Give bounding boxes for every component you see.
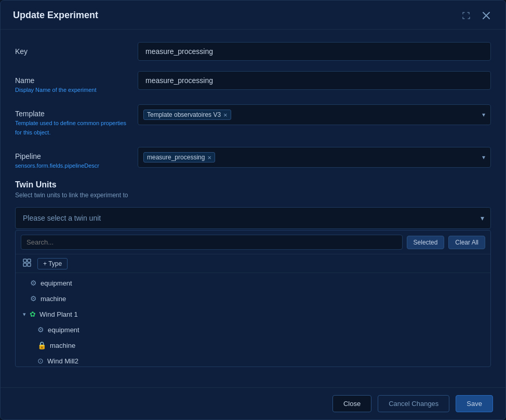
pipeline-chevron-icon: ▾ [482,154,485,161]
gear-icon: ⚙ [30,279,37,287]
template-chevron-icon: ▾ [482,111,485,118]
expand-tree-button[interactable] [21,258,33,269]
modal-title: Update Experiment [13,10,98,21]
pipeline-sublabel: sensors.form.fields.pipelineDescr [15,162,99,169]
gear-icon: ⚙ [30,294,37,303]
template-select[interactable]: Template observatoires V3 × ▾ [138,104,491,125]
pipeline-row: Pipeline sensors.form.fields.pipelineDes… [15,147,491,170]
template-label: Template [15,110,129,118]
clear-all-button[interactable]: Clear All [448,236,485,249]
twin-units-title: Twin Units [15,180,491,189]
key-row: Key [15,42,491,61]
key-label: Key [15,47,129,56]
key-input[interactable] [138,42,491,61]
lock-icon: 🔒 [37,341,46,349]
tree-item[interactable]: ⚙ machine [16,291,490,306]
template-sublabel: Template used to define common propertie… [15,120,126,136]
twin-unit-dropdown: Selected Clear All [15,230,491,367]
save-button[interactable]: Save [456,395,493,412]
tree-item[interactable]: ⚙ equipment [16,275,490,291]
twin-units-subtitle: Select twin units to link the experiment… [15,192,491,199]
modal-footer: Close Cancel Changes Save [1,387,505,419]
pipeline-select[interactable]: measure_processing × ▾ [138,147,491,168]
name-label: Name [15,76,129,85]
svg-rect-0 [23,259,26,262]
twin-search-input[interactable] [21,235,403,250]
dropdown-toolbar: + Type [16,254,490,273]
update-experiment-modal: Update Experiment Key [0,0,506,420]
type-filter-button[interactable]: + Type [37,258,68,269]
modal-body: Key Name Display Name of the experiment … [1,30,505,387]
tree-item-wind-plant-1[interactable]: ▾ ✿ Wind Plant 1 [16,306,490,322]
tree-container: ⚙ equipment ⚙ machine ▾ ✿ Wind Plant 1 [16,273,490,367]
tree-item[interactable]: 🔒 machine [16,337,490,353]
selected-filter-button[interactable]: Selected [407,236,445,249]
twin-unit-select[interactable]: Please select a twin unit ▾ [15,207,491,229]
expand-modal-button[interactable] [459,10,473,21]
twin-unit-placeholder: Please select a twin unit [23,214,101,222]
plant-icon: ✿ [30,310,36,318]
dropdown-search-row: Selected Clear All [16,231,490,254]
close-modal-button[interactable] [480,11,493,20]
twin-units-wrapper: Please select a twin unit ▾ Selected Cle… [15,207,491,229]
template-row: Template Template used to define common … [15,104,491,137]
pipeline-label: Pipeline [15,152,129,160]
header-actions [459,10,493,21]
close-button[interactable]: Close [332,395,371,412]
twin-unit-chevron-icon: ▾ [481,214,484,222]
svg-rect-3 [28,263,31,266]
tree-item[interactable]: ⚙ equipment [16,322,490,337]
twin-units-section: Twin Units Select twin units to link the… [15,180,491,229]
svg-rect-2 [28,259,31,262]
modal-header: Update Experiment [1,1,505,30]
tree-expand-icon: ▾ [23,311,26,318]
pipeline-tag-remove[interactable]: × [207,154,211,161]
name-sublabel: Display Name of the experiment [15,87,97,93]
template-tag-remove[interactable]: × [223,112,228,118]
gear-icon: ⚙ [37,326,44,334]
svg-rect-1 [23,263,26,266]
windmill-icon: ⊙ [37,357,44,365]
name-row: Name Display Name of the experiment [15,71,491,94]
name-input[interactable] [138,71,491,90]
tree-item-wind-mill2[interactable]: ⊙ Wind Mill2 [16,353,490,367]
template-tag: Template observatoires V3 × [143,110,231,120]
cancel-changes-button[interactable]: Cancel Changes [378,395,449,412]
pipeline-tag: measure_processing × [143,152,215,162]
